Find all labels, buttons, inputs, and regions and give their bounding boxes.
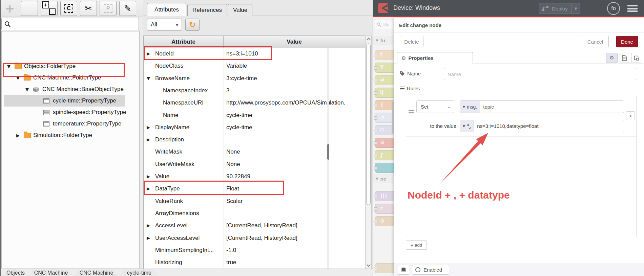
palette-node-delay[interactable]: ◔ <box>375 113 394 123</box>
attr-row-writemask[interactable]: WriteMaskNone <box>144 146 365 159</box>
attr-row-namespaceuri[interactable]: NamespaceURIhttp://www.prosysopc.com/OPC… <box>144 97 365 110</box>
cancel-button[interactable]: Cancel <box>582 36 609 47</box>
rule-drag-handle[interactable] <box>409 110 414 115</box>
node-properties-button[interactable]: ⚙ <box>606 53 618 63</box>
attr-row-arraydimensions[interactable]: ArrayDimensions <box>144 208 365 220</box>
attributes-scrollbar[interactable] <box>365 36 372 269</box>
rule-value-text[interactable] <box>474 120 624 132</box>
attr-row-browsename[interactable]: ▼BrowseName3:cycle-time <box>144 73 365 85</box>
palette-node-function[interactable]: f <box>375 50 394 60</box>
inner-scrollbar[interactable] <box>327 48 329 269</box>
node-description-button[interactable] <box>620 53 629 63</box>
attr-row-nodeid[interactable]: ▶NodeIdns=3;i=1010 <box>144 48 365 61</box>
enabled-toggle[interactable]: Enabled <box>412 265 449 275</box>
palette-node-link[interactable] <box>375 163 394 173</box>
attr-row-datatype[interactable]: ▶DataTypeFloat <box>144 183 365 196</box>
attr-row-accesslevel[interactable]: ▶AccessLevel[CurrentRead, HistoryRead] <box>144 220 365 232</box>
help-button[interactable] <box>398 265 409 275</box>
attr-row-description[interactable]: ▶Description <box>144 134 365 146</box>
rule-property-input[interactable]: ▼ msg. <box>460 100 624 113</box>
breadcrumb-tab-cycle-time-3[interactable]: cycle-time <box>119 269 159 276</box>
rule-value-input[interactable]: ▼ az <box>460 120 624 132</box>
attr-row-historizing[interactable]: Historizingtrue <box>144 257 365 269</box>
attr-row-value[interactable]: ▶Value90.22849 <box>144 171 365 183</box>
palette-node-exec[interactable]: ⚙ <box>375 138 394 148</box>
caret-down-icon[interactable]: ▼ <box>7 64 11 69</box>
scroll-up-icon[interactable] <box>366 36 371 42</box>
rule-property-value[interactable] <box>480 101 624 113</box>
search-input[interactable] <box>13 21 139 27</box>
palette-node-template[interactable]: { <box>375 100 394 110</box>
breadcrumb-tab-objects-0[interactable]: Objects <box>3 269 28 276</box>
rule-remove-button[interactable]: x <box>626 111 635 120</box>
scroll-down-icon[interactable] <box>366 262 371 269</box>
attr-row-namespaceindex[interactable]: NamespaceIndex3 <box>144 85 365 97</box>
deploy-button[interactable]: Deploy ▼ <box>539 3 580 14</box>
typed-input-type-string[interactable]: ▼ az <box>460 120 474 132</box>
node-appearance-button[interactable] <box>631 53 641 63</box>
caret-right-icon[interactable]: ▶ <box>147 223 150 228</box>
tree-item-cnc-machine[interactable]: ▼CNC Machine::BaseObjectType <box>4 84 138 95</box>
typed-input-type-msg[interactable]: ▼ msg. <box>460 101 480 113</box>
scrollbar-thumb[interactable] <box>327 144 329 160</box>
palette-category-ne[interactable]: ▼ne <box>373 174 394 183</box>
cut-button[interactable]: ✂ <box>80 1 97 16</box>
palette-node-switch[interactable]: Y <box>375 63 394 73</box>
tree-item-temperature[interactable]: temperature::PropertyType <box>4 118 138 130</box>
tab-properties[interactable]: ⚙ Properties <box>397 52 473 64</box>
tree-item-simulation[interactable]: ▶Simulation::FolderType <box>4 130 138 141</box>
chevron-down-icon[interactable]: ▼ <box>572 3 580 14</box>
attribute-filter-select[interactable]: All ▼ <box>147 19 182 31</box>
tab-value[interactable]: Value <box>228 4 252 16</box>
done-button[interactable]: Done <box>616 36 638 47</box>
caret-right-icon[interactable]: ▶ <box>147 137 150 142</box>
palette-category-fu[interactable]: ▼fu <box>373 36 394 45</box>
tree-item-spindle-speed[interactable]: spindle-speed::PropertyType <box>4 107 138 118</box>
attr-row-displayname[interactable]: ▶DisplayNamecycle-time <box>144 122 365 134</box>
palette-node-range[interactable]: ij <box>375 88 394 98</box>
caret-right-icon[interactable]: ▶ <box>147 186 150 191</box>
add-rule-button[interactable]: + add <box>406 240 427 250</box>
attr-row-userwritemask[interactable]: UserWriteMaskNone <box>144 159 365 171</box>
attr-row-valuerank[interactable]: ValueRankScalar <box>144 196 365 208</box>
scrollbar-thumb[interactable] <box>366 43 371 205</box>
tab-references[interactable]: References <box>187 4 227 16</box>
palette-scrollbar[interactable] <box>392 101 394 134</box>
palette-search-input[interactable]: filte <box>375 20 394 29</box>
breadcrumb-tab-cnc-machine-1[interactable]: CNC Machine <box>28 269 74 276</box>
breadcrumb-tab-cnc-machine-2[interactable]: CNC Machine <box>74 269 119 276</box>
palette-node-websocket[interactable]: ⊕ <box>375 216 394 226</box>
delete-button[interactable]: Delete <box>400 36 423 47</box>
caret-right-icon[interactable]: ▶ <box>147 125 150 130</box>
attr-row-nodeclass[interactable]: NodeClassVariable <box>144 60 365 73</box>
tree-item-cycle-time[interactable]: cycle-time::PropertyType <box>4 95 125 107</box>
palette-node-filter[interactable]: ∫ <box>375 150 394 160</box>
caret-right-icon[interactable]: ▶ <box>16 133 20 138</box>
refresh-button[interactable]: ↻ <box>185 19 200 31</box>
caret-right-icon[interactable]: ▶ <box>147 235 150 240</box>
caret-right-icon[interactable]: ▶ <box>147 174 150 179</box>
name-input[interactable] <box>444 68 637 80</box>
attr-row-useraccesslevel[interactable]: ▶UserAccessLevel[CurrentRead, HistoryRea… <box>144 232 365 245</box>
caret-down-icon[interactable]: ▼ <box>25 87 29 92</box>
caret-right-icon[interactable]: ▶ <box>147 51 150 56</box>
attr-row-minimumsamplingint[interactable]: MinimumSamplingInt...-1.0 <box>144 245 365 257</box>
edit-button[interactable]: ✎ <box>119 1 136 16</box>
palette-node-partial-node[interactable] <box>375 263 394 273</box>
hamburger-menu-icon[interactable] <box>627 5 638 12</box>
duplicate-button[interactable]: + <box>41 1 58 16</box>
palette-node-http-request[interactable]: r <box>375 204 394 214</box>
remove-button[interactable] <box>21 1 38 16</box>
caret-down-icon[interactable]: ▼ <box>147 76 150 81</box>
tree-item-cnc-machine[interactable]: ▼CNC Machine::FolderType <box>4 72 138 84</box>
copy-button[interactable]: C <box>60 1 77 16</box>
palette-node-mqtt[interactable]: ))) <box>375 191 394 201</box>
palette-node-trigger[interactable]: ⊓ <box>375 125 394 135</box>
user-avatar[interactable]: fo <box>607 2 620 15</box>
caret-down-icon[interactable]: ▼ <box>16 75 20 80</box>
tree-item-objects[interactable]: ▼Objects::FolderType <box>4 61 138 72</box>
rule-action-select[interactable]: Set ⌄ <box>416 100 454 113</box>
attr-row-name[interactable]: Namecycle-time <box>144 110 365 122</box>
tab-attributes[interactable]: Attributes <box>147 3 186 16</box>
palette-node-change[interactable]: ⇄ <box>375 75 394 85</box>
